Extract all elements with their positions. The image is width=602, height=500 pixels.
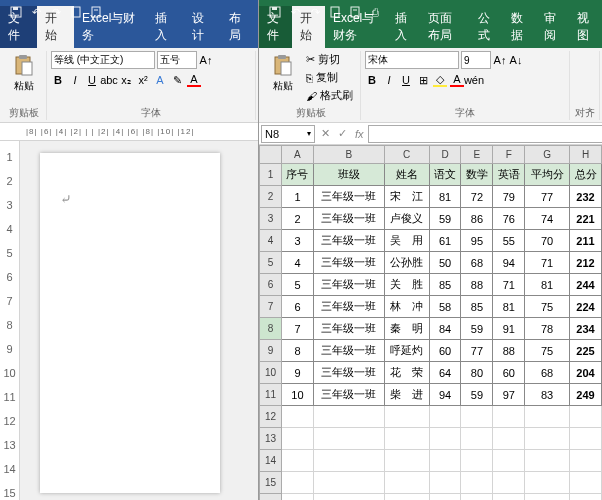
cancel-icon[interactable]: ✕ [317,127,334,140]
empty-cell[interactable] [313,406,384,428]
cut-button[interactable]: ✂剪切 [303,51,356,68]
empty-cell[interactable] [429,450,461,472]
tab-data[interactable]: 数据 [503,6,536,48]
data-cell[interactable]: 柴 进 [384,384,429,406]
font-color-icon[interactable]: A [450,73,464,87]
data-cell[interactable]: 85 [429,274,461,296]
fill-color-icon[interactable]: ◇ [433,73,447,87]
empty-cell[interactable] [493,406,525,428]
empty-cell[interactable] [525,450,570,472]
tab-review[interactable]: 审阅 [536,6,569,48]
data-cell[interactable]: 林 冲 [384,296,429,318]
font-size-select[interactable] [157,51,197,69]
grow-font-icon[interactable]: A↑ [493,53,507,67]
shrink-font-icon[interactable]: A↓ [509,53,523,67]
new-doc-icon[interactable] [69,5,83,19]
tab-insert[interactable]: 插入 [147,6,184,48]
empty-cell[interactable] [570,428,602,450]
grow-font-icon[interactable]: A↑ [199,53,213,67]
data-cell[interactable]: 85 [461,296,493,318]
page-area[interactable]: ⤶ [20,141,258,500]
font-size-select[interactable] [461,51,491,69]
strike-icon[interactable]: abc [102,73,116,87]
phonetic-icon[interactable]: wén [467,73,481,87]
data-cell[interactable]: 4 [282,252,314,274]
data-cell[interactable]: 74 [525,208,570,230]
data-cell[interactable]: 81 [429,186,461,208]
open-doc-icon[interactable] [348,5,362,19]
underline-icon[interactable]: U [85,73,99,87]
data-cell[interactable]: 77 [461,340,493,362]
save-icon[interactable] [9,5,23,19]
data-cell[interactable]: 三年级一班 [313,230,384,252]
row-header[interactable]: 2 [260,186,282,208]
empty-cell[interactable] [525,406,570,428]
data-cell[interactable]: 三年级一班 [313,186,384,208]
data-cell[interactable]: 244 [570,274,602,296]
data-cell[interactable]: 8 [282,340,314,362]
data-cell[interactable]: 94 [429,384,461,406]
data-cell[interactable]: 212 [570,252,602,274]
col-header[interactable]: F [493,146,525,164]
data-cell[interactable]: 59 [461,318,493,340]
data-cell[interactable]: 10 [282,384,314,406]
empty-cell[interactable] [493,494,525,501]
empty-cell[interactable] [493,428,525,450]
underline-icon[interactable]: U [399,73,413,87]
data-cell[interactable]: 3 [282,230,314,252]
tab-insert[interactable]: 插入 [387,6,420,48]
header-cell[interactable]: 数学 [461,164,493,186]
tab-excel-finance[interactable]: Excel与财务 [74,6,147,48]
empty-cell[interactable] [282,494,314,501]
row-header[interactable]: 4 [260,230,282,252]
empty-cell[interactable] [313,494,384,501]
superscript-icon[interactable]: x² [136,73,150,87]
undo-icon[interactable]: ↶ [29,5,43,19]
subscript-icon[interactable]: x₂ [119,73,133,87]
row-header[interactable]: 10 [260,362,282,384]
data-cell[interactable]: 1 [282,186,314,208]
paste-button[interactable]: 粘贴 [265,51,301,95]
open-doc-icon[interactable] [89,5,103,19]
data-cell[interactable]: 234 [570,318,602,340]
row-header[interactable]: 1 [260,164,282,186]
empty-cell[interactable] [570,450,602,472]
data-cell[interactable]: 58 [429,296,461,318]
row-header[interactable]: 16 [260,494,282,501]
data-cell[interactable]: 三年级一班 [313,318,384,340]
row-header[interactable]: 8 [260,318,282,340]
formula-input[interactable] [368,125,602,143]
col-header[interactable]: D [429,146,461,164]
data-cell[interactable]: 71 [493,274,525,296]
row-header[interactable]: 11 [260,384,282,406]
empty-cell[interactable] [461,494,493,501]
empty-cell[interactable] [384,494,429,501]
data-cell[interactable]: 224 [570,296,602,318]
row-header[interactable]: 7 [260,296,282,318]
tab-formula[interactable]: 公式 [470,6,503,48]
data-cell[interactable]: 61 [429,230,461,252]
empty-cell[interactable] [570,472,602,494]
row-header[interactable]: 15 [260,472,282,494]
empty-cell[interactable] [461,450,493,472]
empty-cell[interactable] [493,472,525,494]
header-cell[interactable]: 序号 [282,164,314,186]
data-cell[interactable]: 64 [429,362,461,384]
data-cell[interactable]: 三年级一班 [313,296,384,318]
fx-icon[interactable]: fx [351,128,368,140]
data-cell[interactable]: 5 [282,274,314,296]
data-cell[interactable]: 95 [461,230,493,252]
data-cell[interactable]: 71 [525,252,570,274]
data-cell[interactable]: 75 [525,296,570,318]
empty-cell[interactable] [313,428,384,450]
data-cell[interactable]: 88 [461,274,493,296]
document-page[interactable]: ⤶ [40,153,220,493]
data-cell[interactable]: 81 [525,274,570,296]
empty-cell[interactable] [282,406,314,428]
row-header[interactable]: 9 [260,340,282,362]
col-header[interactable]: A [282,146,314,164]
data-cell[interactable]: 88 [493,340,525,362]
col-header[interactable]: B [313,146,384,164]
data-cell[interactable]: 232 [570,186,602,208]
data-cell[interactable]: 花 荣 [384,362,429,384]
